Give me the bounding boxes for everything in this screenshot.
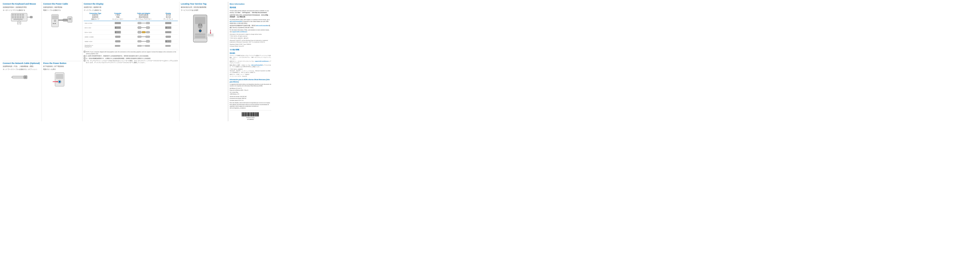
contact-link-ja[interactable]: dell.com/ContactDell: [251, 64, 262, 66]
keyboard-title: Connect the Keyboard and Mouse: [3, 3, 40, 5]
note-en: ✓ NOTE: If your computer shipped with du…: [84, 51, 178, 55]
table-row: HDMI ⇔ DVI: [84, 39, 178, 44]
svg-point-28: [54, 20, 56, 22]
svg-marker-91: [115, 40, 121, 42]
more-info-ja-title: その他の情報: [230, 49, 271, 51]
nom-address-4: 11950 México, D.F.: [230, 94, 271, 95]
support-link[interactable]: support.dell.com/bkmans: [232, 31, 247, 32]
conn-computer-dvi: [107, 25, 129, 30]
svg-point-108: [198, 24, 200, 26]
svg-point-44: [117, 23, 117, 23]
conn-cable-dvi: [129, 25, 159, 30]
more-info-ja-contact: 製品に関するご質問・ご注文については、dell.com/ContactDell …: [230, 64, 271, 68]
power-cable-image: [43, 12, 81, 28]
display-subtitle-ja: ディスプレイを接続する: [84, 9, 178, 11]
svg-point-83: [167, 32, 168, 32]
svg-rect-96: [166, 41, 167, 42]
svg-point-75: [118, 32, 118, 32]
bar: [257, 112, 258, 116]
svg-point-68: [167, 27, 168, 28]
dvi2-display-connector: [165, 40, 172, 43]
power-button-image: [43, 71, 81, 87]
conn-cable-hdmi: [129, 35, 159, 39]
keyboard-subtitle-ja: キーボードとマウスを接続する: [3, 9, 40, 11]
printed-in: Printed in China: [230, 117, 271, 119]
svg-rect-37: [56, 74, 63, 79]
note-text-tw: 註：若您的電腦配備雙顯示卡，次要顯示卡上的連接器開頭帽蓋。請將顯示器連接到主要顯…: [86, 57, 152, 59]
svg-rect-121: [194, 40, 207, 41]
dp-computer-connector: [115, 44, 121, 48]
dell-contact-link-zh[interactable]: dell.com/ContactDell: [256, 25, 268, 26]
bar: [250, 112, 250, 116]
svg-point-55: [169, 23, 170, 23]
conn-computer-hdmi: [107, 35, 129, 39]
table-header-display: Display 显示器 顯示器 ディスプレイ: [159, 12, 178, 21]
svg-point-59: [117, 27, 117, 28]
svg-rect-81: [165, 31, 171, 33]
nom-body: La siguiente información afecta a los di…: [230, 84, 271, 87]
more-info-zh-title: 更多資訊: [230, 52, 271, 54]
svg-point-109: [200, 24, 202, 26]
more-info-text-1: To learn about all the software and adva…: [230, 10, 271, 14]
svg-rect-113: [195, 36, 205, 38]
svg-point-46: [119, 23, 119, 23]
computer-ja: コンピューターモデル：Aurora R4: [230, 76, 271, 78]
svg-rect-79: [142, 31, 145, 33]
svg-point-97: [167, 41, 168, 41]
note-zh: ✓ 注: 如果计算机附带双显卡，则辅助显卡上的连接器将被封住。请将显示器连接到主…: [84, 55, 178, 57]
col-inner-power: Connect the Power Cable 连接电源电缆｜連接電源線 電源ケ…: [43, 3, 81, 120]
conn-type-vga-vga: VGA ⇔ VGA: [84, 21, 107, 25]
svg-rect-11: [12, 17, 14, 18]
hdmi-cable: [137, 35, 150, 38]
more-info-contact: To contact Dell for sales, tech support,…: [230, 19, 271, 24]
svg-rect-30: [54, 23, 56, 24]
svg-point-53: [167, 23, 167, 23]
table-header-cable: Cable and Adapter 电缆和适配器 纜線和配接器 ケーブルとアダプ…: [129, 12, 159, 21]
conn-display-vga2: [159, 30, 178, 35]
svg-rect-9: [19, 16, 21, 17]
power-svg: [51, 12, 73, 28]
svg-point-47: [120, 23, 120, 23]
svg-rect-64: [138, 27, 141, 29]
display-notes: ✓ NOTE: If your computer shipped with du…: [84, 50, 178, 63]
section-power-cable: Connect the Power Cable 连接电源电缆｜連接電源線 電源ケ…: [43, 3, 81, 61]
conn-display-dvi2: [159, 39, 178, 44]
conn-cable-dvi-vga: [129, 30, 159, 35]
more-info-text-zh-1: 如需详细了解台式机上提供的所有软件和高级选项，请单击开始 → 所有程序 → De…: [230, 14, 271, 18]
svg-point-107: [198, 23, 202, 29]
dp-display-connector: [165, 44, 172, 48]
svg-rect-94: [146, 40, 150, 43]
support-link-ja[interactable]: support.dell.com/bkmans: [255, 60, 269, 62]
bar: [247, 112, 248, 116]
svg-point-21: [19, 22, 20, 22]
note-tw: ✓ 註：若您的電腦配備雙顯示卡，次要顯示卡上的連接器開頭帽蓋。請將顯示器連接到主…: [84, 57, 178, 59]
svg-point-98: [169, 41, 169, 41]
bar: [249, 112, 249, 116]
dp-cable: [137, 44, 150, 48]
svg-point-45: [118, 23, 118, 23]
conn-type-dvi-dvi: DVI ⇔ DVI: [84, 25, 107, 30]
display-title: Connect the Display: [84, 3, 178, 5]
page-container: Connect the Keyboard and Mouse 连接键盘和鼠标｜连…: [0, 0, 274, 123]
bar: [242, 112, 242, 116]
bar: [251, 112, 252, 116]
note-text-en: NOTE: If your computer shipped with dual…: [86, 51, 178, 55]
dell-contact-link[interactable]: dell.com/ContactDell: [230, 21, 242, 22]
power-cable-title: Connect the Power Cable: [43, 3, 81, 5]
nom-title: Información para la NOM a Norma Oficial …: [230, 79, 271, 83]
bar: [246, 112, 247, 116]
svg-rect-4: [19, 14, 21, 15]
table-row: DVI ⇔ DVI: [84, 25, 178, 30]
svg-point-70: [169, 27, 170, 28]
trademarks: Alienware®, AlienFX®, and the Alienhead …: [230, 40, 271, 43]
svg-point-69: [168, 27, 169, 28]
copyright-text: © 2011 Dell Inc. All rights reserved: [230, 35, 247, 37]
svg-rect-49: [138, 22, 141, 24]
dvi-computer-connector: [115, 26, 121, 29]
svg-rect-24: [24, 76, 27, 78]
model-ja: 規制モデル：DCMT｜タイプ：D0MG04: [230, 74, 271, 76]
note-checkbox-tw: ✓: [84, 57, 85, 59]
conn-display-dp: [159, 44, 178, 48]
dvi-vga-cable: [137, 30, 150, 34]
svg-rect-29: [53, 23, 54, 24]
